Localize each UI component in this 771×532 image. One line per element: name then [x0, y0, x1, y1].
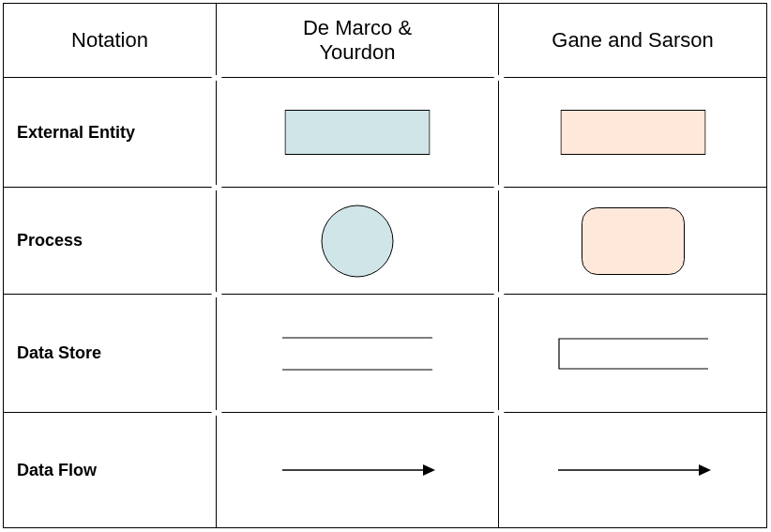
rounded-rectangle-icon: [582, 207, 685, 275]
row-label: External Entity: [17, 123, 135, 143]
row-external-entity-label: External Entity: [4, 78, 217, 188]
row-label: Data Store: [17, 343, 101, 363]
header-label: Notation: [71, 28, 148, 53]
circle-icon: [321, 205, 394, 278]
rectangle-icon: [560, 110, 705, 155]
row-data-store-label: Data Store: [4, 295, 217, 413]
cell-process-gane: [499, 188, 766, 295]
rectangle-icon: [285, 110, 431, 155]
svg-rect-3: [582, 207, 684, 274]
row-label: Data Flow: [17, 461, 97, 480]
svg-marker-9: [699, 464, 711, 476]
header-label: De Marco &Yourdon: [303, 16, 412, 66]
cell-data-flow-demarco: [217, 413, 499, 527]
header-gane-sarson: Gane and Sarson: [499, 4, 766, 78]
cell-data-flow-gane: [499, 413, 766, 527]
cell-external-entity-demarco: [217, 78, 499, 188]
row-data-flow-label: Data Flow: [4, 413, 217, 527]
notation-table: Notation De Marco &Yourdon Gane and Sars…: [3, 3, 767, 528]
open-rectangle-icon: [553, 333, 713, 374]
svg-marker-7: [423, 464, 435, 476]
svg-rect-1: [561, 111, 705, 155]
cell-process-demarco: [217, 188, 499, 295]
row-process-label: Process: [4, 188, 217, 295]
cell-external-entity-gane: [499, 78, 766, 188]
header-notation: Notation: [4, 4, 217, 78]
svg-point-2: [322, 205, 393, 277]
arrow-icon: [278, 461, 437, 479]
parallel-lines-icon: [278, 330, 437, 377]
cell-data-store-gane: [499, 295, 766, 413]
header-demarco-yourdon: De Marco &Yourdon: [217, 4, 499, 78]
row-label: Process: [17, 231, 83, 251]
arrow-icon: [553, 461, 713, 479]
svg-rect-0: [285, 111, 430, 155]
header-label: Gane and Sarson: [552, 28, 713, 53]
cell-data-store-demarco: [217, 295, 499, 413]
